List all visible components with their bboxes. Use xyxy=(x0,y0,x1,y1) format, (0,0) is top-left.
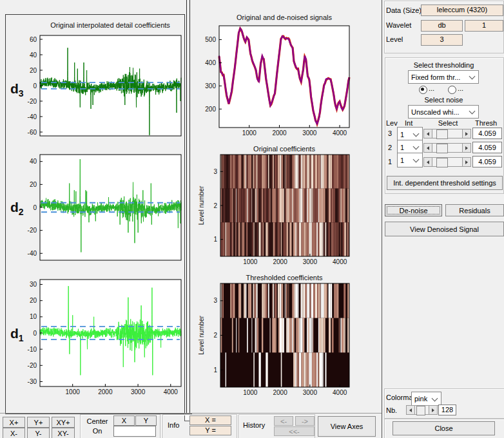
threshold-radio-2[interactable] xyxy=(448,86,456,94)
view-axes-button[interactable]: View Axes xyxy=(318,416,376,437)
svg-text:0: 0 xyxy=(33,82,37,90)
threshold-value-1[interactable]: 4.059 xyxy=(472,156,502,167)
thresholding-method-value: Fixed form thr... xyxy=(409,73,469,81)
signals-and-coefficients-plots: 5004003002001000200030004000321100020003… xyxy=(191,0,382,403)
zoom-y-minus-button[interactable]: Y- xyxy=(27,428,50,438)
noise-value: Unscaled whi... xyxy=(409,108,469,116)
svg-text:1000: 1000 xyxy=(243,389,258,396)
zoom-x-minus-button[interactable]: X- xyxy=(3,428,25,438)
zoom-y-plus-button[interactable]: Y+ xyxy=(27,417,50,428)
lev-2-label: 2 xyxy=(388,144,392,151)
col-header-int: Int xyxy=(405,119,412,127)
int-1-value: 1 xyxy=(398,157,412,164)
residuals-button[interactable]: Residuals xyxy=(445,204,504,216)
nb-colors-value[interactable]: 128 xyxy=(438,405,456,415)
slider-thumb[interactable] xyxy=(416,406,425,415)
int-3-value: 1 xyxy=(398,131,412,138)
panel-separator-line-2 xyxy=(189,0,190,414)
colormap-dropdown[interactable]: pink xyxy=(411,392,441,406)
threshold-radio-2-label: ... xyxy=(458,84,463,92)
svg-text:1000: 1000 xyxy=(243,258,258,265)
svg-text:3000: 3000 xyxy=(302,129,317,137)
wavelet-denoise-window: { "right_panel": { "data_label": "Data (… xyxy=(0,0,504,438)
svg-text:0: 0 xyxy=(33,204,37,211)
slider-right-arrow-icon[interactable] xyxy=(462,129,470,138)
slider-thumb[interactable] xyxy=(436,144,448,153)
threshold-value-3[interactable]: 4.059 xyxy=(472,128,502,139)
int-1-dropdown[interactable]: 1 xyxy=(397,153,423,167)
nb-label: Nb. xyxy=(386,406,397,414)
svg-text:40: 40 xyxy=(30,158,37,165)
info-x-field: X = xyxy=(189,415,231,425)
d3-axis-label: d3 xyxy=(10,81,24,99)
zoom-xy-minus-button[interactable]: XY- xyxy=(52,428,75,438)
slider-right-arrow-icon[interactable] xyxy=(462,144,470,152)
svg-text:400: 400 xyxy=(205,59,216,66)
denoise-button[interactable]: De-noise xyxy=(385,204,442,216)
noise-dropdown[interactable]: Unscaled whi... xyxy=(408,105,479,119)
d2-axis-label: d2 xyxy=(10,200,24,217)
threshold-value-2[interactable]: 4.059 xyxy=(472,142,502,153)
svg-text:300: 300 xyxy=(205,82,216,90)
close-button[interactable]: Close xyxy=(393,421,495,435)
wavelet-number-value: 1 xyxy=(465,20,503,32)
thresholding-method-dropdown[interactable]: Fixed form thr... xyxy=(408,70,479,84)
svg-text:40: 40 xyxy=(30,52,37,59)
view-denoised-signal-button[interactable]: View Denoised Signal xyxy=(385,222,504,236)
threshold-radio-1[interactable] xyxy=(419,86,427,94)
svg-text:20: 20 xyxy=(30,67,37,74)
svg-text:500: 500 xyxy=(205,36,216,43)
svg-text:3000: 3000 xyxy=(303,258,318,265)
center-x-button[interactable]: X xyxy=(113,415,135,426)
slider-right-arrow-icon[interactable] xyxy=(462,158,470,166)
svg-text:2000: 2000 xyxy=(272,129,287,137)
select-noise-label: Select noise xyxy=(385,96,503,104)
slider-right-arrow-icon[interactable] xyxy=(429,406,437,414)
threshold-radio-1-label: ... xyxy=(429,84,434,92)
history-forward-button[interactable]: -> xyxy=(295,416,315,426)
slider-left-arrow-icon[interactable] xyxy=(407,406,415,414)
int-dependent-threshold-button[interactable]: Int. dependent threshold settings xyxy=(387,176,503,190)
signal-plot-title: Original and de-noised signals xyxy=(213,14,356,21)
center-y-button[interactable]: Y xyxy=(135,415,157,426)
svg-text:1: 1 xyxy=(213,236,217,243)
slider-left-arrow-icon[interactable] xyxy=(424,129,432,138)
threshold-slider-1[interactable] xyxy=(423,157,471,167)
data-size-label: Data (Size) xyxy=(386,6,422,14)
slider-left-arrow-icon[interactable] xyxy=(424,158,432,166)
zoom-x-plus-button[interactable]: X+ xyxy=(3,417,25,428)
svg-text:2000: 2000 xyxy=(273,389,287,396)
lev-1-label: 1 xyxy=(388,158,392,166)
nb-colors-slider[interactable] xyxy=(406,405,438,415)
col-header-select: Select xyxy=(425,119,470,127)
chevron-down-icon xyxy=(413,144,420,150)
right-panel-separator xyxy=(382,0,382,438)
svg-text:-20: -20 xyxy=(28,227,37,234)
svg-text:2: 2 xyxy=(213,202,217,209)
slider-left-arrow-icon[interactable] xyxy=(424,144,432,152)
threshold-slider-3[interactable] xyxy=(423,129,471,138)
threshold-slider-2[interactable] xyxy=(423,143,471,153)
zoom-xy-plus-button[interactable]: XY+ xyxy=(52,417,75,428)
svg-text:-20: -20 xyxy=(28,98,37,105)
svg-text:20: 20 xyxy=(30,181,37,188)
left-plots-title: Original interpolated detail coefficient… xyxy=(26,21,195,29)
svg-text:3000: 3000 xyxy=(303,389,318,396)
center-on-input[interactable] xyxy=(113,426,156,437)
svg-text:0: 0 xyxy=(33,330,37,337)
level-value: 3 xyxy=(421,34,463,46)
svg-text:4000: 4000 xyxy=(164,388,179,395)
slider-thumb[interactable] xyxy=(436,129,448,139)
col-header-thresh: Thresh xyxy=(475,119,497,127)
history-rewind-button[interactable]: <<- xyxy=(274,426,315,436)
chevron-down-icon xyxy=(413,131,420,137)
slider-thumb[interactable] xyxy=(436,158,448,167)
svg-text:2: 2 xyxy=(213,332,217,339)
svg-text:1: 1 xyxy=(213,367,217,374)
info-y-field: Y = xyxy=(189,426,231,435)
int-2-value: 1 xyxy=(398,144,412,151)
svg-text:2000: 2000 xyxy=(273,258,287,265)
svg-text:20: 20 xyxy=(30,297,37,304)
history-back-button[interactable]: <- xyxy=(274,416,293,426)
svg-text:1000: 1000 xyxy=(66,388,81,395)
